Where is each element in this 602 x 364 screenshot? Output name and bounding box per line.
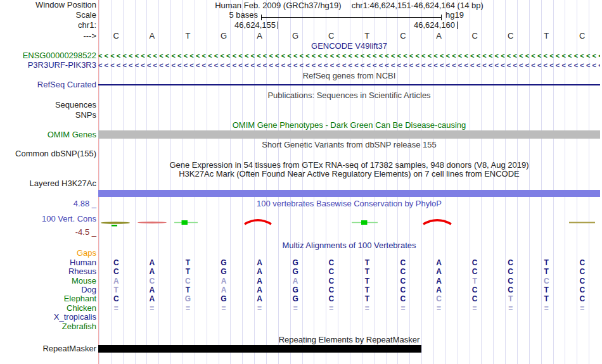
- base-sequence-row: CATGAGCTCACCTC: [98, 32, 600, 41]
- h3k27ac-signal-bar[interactable]: [98, 190, 600, 197]
- alignment-row-mouse: ACCAAACTCATCCC: [98, 277, 600, 286]
- strand-direction-label: --->: [83, 32, 96, 41]
- species-label-mouse[interactable]: Mouse: [72, 277, 96, 286]
- species-label-zebrafish[interactable]: Zebrafish: [62, 322, 96, 331]
- conservation-min-label: -4.5 _: [75, 228, 96, 237]
- omim-gene-bar[interactable]: [98, 130, 600, 139]
- coordinate-1: 46,624,155: [234, 21, 276, 29]
- conservation-mark-green-box-2: [361, 220, 368, 225]
- refseq-curated-label[interactable]: RefSeq Curated: [37, 80, 96, 89]
- conservation-mark-green-dash: [112, 225, 117, 227]
- gaps-label[interactable]: Gaps: [77, 249, 96, 258]
- publications-title: Publications: Sequences in Scientific Ar…: [98, 91, 600, 100]
- h3k27ac-label[interactable]: Layered H3K27Ac: [29, 179, 96, 188]
- conservation-mark-red-flat: [138, 222, 167, 223]
- h3k27ac-title: H3K27Ac Mark (Often Found Near Active Re…: [98, 170, 600, 179]
- conservation-label[interactable]: 100 Vert. Cons: [42, 215, 96, 223]
- alignment-row-chicken: ==============: [98, 304, 600, 313]
- gene-arrows-ensg[interactable]: <<<<<<<<<<<<<<<<<<<<<<<<<<<<<<<<<<<<<<<<…: [98, 52, 600, 60]
- chromosome-label: chr1:: [78, 21, 96, 30]
- alignment-row-rhesus: CATGAGCTCACCTC: [98, 267, 600, 276]
- coordinate-2: 46,624,160: [414, 21, 455, 29]
- scale-value: 5 bases: [229, 11, 258, 19]
- alignment-row-human: CATGAGCTCACCTC: [98, 258, 600, 267]
- alignment-row-elephant: CAGGAGCTCCCTTC: [98, 294, 600, 303]
- gencode-title: GENCODE V49lift37: [98, 42, 600, 51]
- species-label-human[interactable]: Human: [70, 258, 96, 267]
- conservation-mark-red-arc-1: [245, 220, 271, 224]
- repeatmasker-title: Repeating Elements by RepeatMasker: [98, 336, 600, 344]
- species-label-elephant[interactable]: Elephant: [64, 294, 96, 303]
- species-label-dog[interactable]: Dog: [81, 286, 96, 294]
- alignment-row-xtropicalis: [98, 313, 600, 322]
- dbsnp-label[interactable]: Common dbSNP(155): [15, 149, 96, 158]
- species-label-rhesus[interactable]: Rhesus: [68, 267, 96, 276]
- omim-title: OMIM Gene Phenotypes - Dark Green Can Be…: [98, 121, 600, 130]
- coordinate-tick-1: [278, 22, 278, 29]
- scale-bar: [261, 15, 442, 20]
- snps-label[interactable]: SNPs: [75, 111, 96, 120]
- gtex-title: Gene Expression in 54 tissues from GTEx …: [98, 161, 600, 170]
- position-range: chr1:46,624,151-46,624,164 (14 bp): [352, 1, 484, 10]
- alignment-row-zebrafish: [98, 322, 600, 331]
- sequences-label[interactable]: Sequences: [55, 101, 96, 110]
- gene-arrows-p3r3urf[interactable]: <<<<<<<<<<<<<<<<<<<<<<<<<<<<<<<<<<<<<<<<…: [98, 61, 600, 69]
- conservation-mark-red-arc-2: [423, 220, 451, 224]
- multiz-title: Multiz Alignments of 100 Vertebrates: [98, 241, 600, 250]
- window-position-label: Window Position: [35, 1, 96, 9]
- species-label-xtropicalis[interactable]: X_tropicalis: [54, 313, 96, 322]
- refseq-gene-line[interactable]: [98, 84, 600, 85]
- conservation-title: 100 vertebrates Basewise Conservation by…: [98, 199, 600, 208]
- gene-label-p3r3urf[interactable]: P3R3URF-PIK3R3: [28, 61, 96, 70]
- gene-label-ensg[interactable]: ENSG00000298522: [23, 51, 96, 60]
- assembly-header: Human Feb. 2009 (GRCh37/hg19) chr1:46,62…: [98, 1, 600, 10]
- alignment-row-dog: TATAAGCTCACCTC: [98, 286, 600, 294]
- conservation-max-label: 4.88 _: [74, 199, 96, 208]
- assembly-title: Human Feb. 2009 (GRCh37/hg19): [215, 1, 341, 10]
- refseq-title: RefSeq genes from NCBI: [98, 72, 600, 80]
- omim-genes-label[interactable]: OMIM Genes: [48, 130, 96, 139]
- scale-label: Scale: [75, 11, 96, 20]
- conservation-mark-green-box-1: [182, 220, 188, 225]
- conservation-plot[interactable]: [98, 213, 600, 229]
- conservation-mark-olive-1: [101, 222, 130, 223]
- coordinate-tick-2: [457, 22, 458, 29]
- species-label-chicken[interactable]: Chicken: [67, 304, 96, 313]
- genome-browser-image: Window Position Human Feb. 2009 (GRCh37/…: [0, 0, 602, 364]
- assembly-tag: hg19: [445, 11, 464, 19]
- dbsnp-title: Short Genetic Variants from dbSNP releas…: [98, 141, 600, 149]
- repeatmasker-element-bar[interactable]: [98, 345, 421, 353]
- repeatmasker-label[interactable]: RepeatMasker: [42, 344, 96, 353]
